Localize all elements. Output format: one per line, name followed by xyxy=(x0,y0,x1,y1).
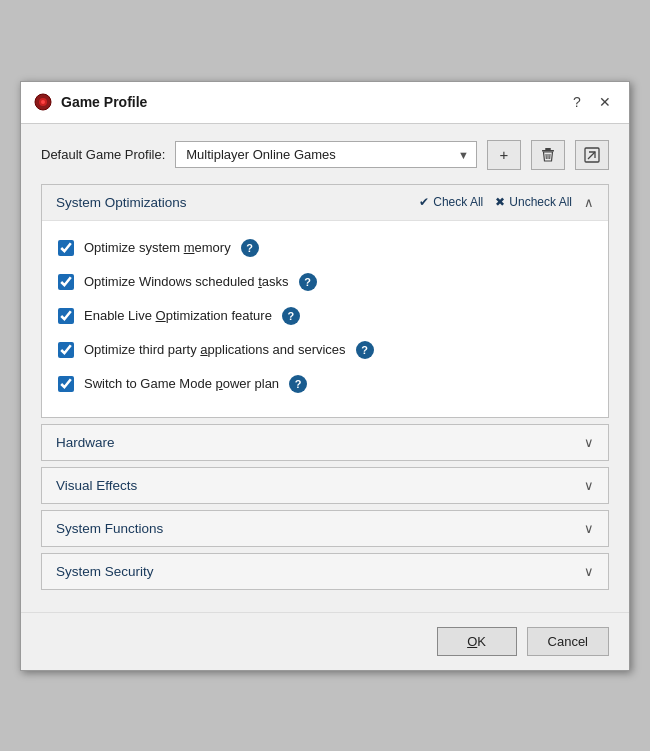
visual-effects-header[interactable]: Visual Effects ∨ xyxy=(42,468,608,503)
game-mode-power-checkbox[interactable] xyxy=(58,376,74,392)
enable-live-opt-label: Enable Live Optimization feature xyxy=(84,308,272,323)
profile-select[interactable]: Multiplayer Online Games First Person Sh… xyxy=(175,141,477,168)
system-optimizations-content: Optimize system memory ? Optimize Window… xyxy=(42,221,608,417)
checkmark-icon: ✔ xyxy=(419,195,429,209)
optimize-memory-checkbox[interactable] xyxy=(58,240,74,256)
help-icon-tasks[interactable]: ? xyxy=(299,273,317,291)
export-icon xyxy=(584,147,600,163)
help-button[interactable]: ? xyxy=(565,90,589,114)
trash-icon xyxy=(540,147,556,163)
visual-effects-section: Visual Effects ∨ xyxy=(41,467,609,504)
system-optimizations-title: System Optimizations xyxy=(56,195,419,210)
list-item: Optimize system memory ? xyxy=(58,231,592,265)
system-security-chevron-icon: ∨ xyxy=(584,564,594,579)
check-all-button[interactable]: ✔ Check All xyxy=(419,195,483,209)
add-profile-button[interactable]: + xyxy=(487,140,521,170)
system-optimizations-section: System Optimizations ✔ Check All ✖ Unche… xyxy=(41,184,609,418)
dialog-title: Game Profile xyxy=(61,94,565,110)
enable-live-opt-checkbox[interactable] xyxy=(58,308,74,324)
system-security-section: System Security ∨ xyxy=(41,553,609,590)
svg-rect-3 xyxy=(545,148,551,150)
game-mode-power-label: Switch to Game Mode power plan xyxy=(84,376,279,391)
system-security-header[interactable]: System Security ∨ xyxy=(42,554,608,589)
help-icon-memory[interactable]: ? xyxy=(241,239,259,257)
section-header-controls: ✔ Check All ✖ Uncheck All ∧ xyxy=(419,195,594,210)
optimize-memory-label: Optimize system memory xyxy=(84,240,231,255)
visual-effects-title: Visual Effects xyxy=(56,478,584,493)
optimize-tasks-checkbox[interactable] xyxy=(58,274,74,290)
help-icon-third-party[interactable]: ? xyxy=(356,341,374,359)
uncheck-all-label: Uncheck All xyxy=(509,195,572,209)
uncheck-all-button[interactable]: ✖ Uncheck All xyxy=(495,195,572,209)
dialog-footer: OK Cancel xyxy=(21,612,629,670)
svg-rect-4 xyxy=(542,150,554,152)
system-functions-chevron-icon: ∨ xyxy=(584,521,594,536)
svg-line-9 xyxy=(588,152,595,159)
optimize-third-party-label: Optimize third party applications and se… xyxy=(84,342,346,357)
system-optimizations-header[interactable]: System Optimizations ✔ Check All ✖ Unche… xyxy=(42,185,608,221)
system-functions-title: System Functions xyxy=(56,521,584,536)
dialog-body: Default Game Profile: Multiplayer Online… xyxy=(21,124,629,612)
ok-button[interactable]: OK xyxy=(437,627,517,656)
export-profile-button[interactable] xyxy=(575,140,609,170)
list-item: Switch to Game Mode power plan ? xyxy=(58,367,592,401)
list-item: Enable Live Optimization feature ? xyxy=(58,299,592,333)
optimize-third-party-checkbox[interactable] xyxy=(58,342,74,358)
list-item: Optimize Windows scheduled tasks ? xyxy=(58,265,592,299)
hardware-section: Hardware ∨ xyxy=(41,424,609,461)
list-item: Optimize third party applications and se… xyxy=(58,333,592,367)
title-bar: Game Profile ? ✕ xyxy=(21,82,629,124)
delete-profile-button[interactable] xyxy=(531,140,565,170)
system-security-title: System Security xyxy=(56,564,584,579)
x-icon: ✖ xyxy=(495,195,505,209)
collapse-chevron-icon: ∧ xyxy=(584,195,594,210)
system-functions-section: System Functions ∨ xyxy=(41,510,609,547)
hardware-header[interactable]: Hardware ∨ xyxy=(42,425,608,460)
system-functions-header[interactable]: System Functions ∨ xyxy=(42,511,608,546)
profile-select-wrapper: Multiplayer Online Games First Person Sh… xyxy=(175,141,477,168)
profile-label: Default Game Profile: xyxy=(41,147,165,162)
close-button[interactable]: ✕ xyxy=(593,90,617,114)
title-bar-controls: ? ✕ xyxy=(565,90,617,114)
app-icon xyxy=(33,92,53,112)
hardware-chevron-icon: ∨ xyxy=(584,435,594,450)
optimize-tasks-label: Optimize Windows scheduled tasks xyxy=(84,274,289,289)
game-profile-dialog: Game Profile ? ✕ Default Game Profile: M… xyxy=(20,81,630,671)
profile-row: Default Game Profile: Multiplayer Online… xyxy=(41,140,609,170)
help-icon-power[interactable]: ? xyxy=(289,375,307,393)
help-icon-live[interactable]: ? xyxy=(282,307,300,325)
svg-point-2 xyxy=(41,100,45,104)
check-all-label: Check All xyxy=(433,195,483,209)
hardware-title: Hardware xyxy=(56,435,584,450)
visual-effects-chevron-icon: ∨ xyxy=(584,478,594,493)
cancel-button[interactable]: Cancel xyxy=(527,627,609,656)
